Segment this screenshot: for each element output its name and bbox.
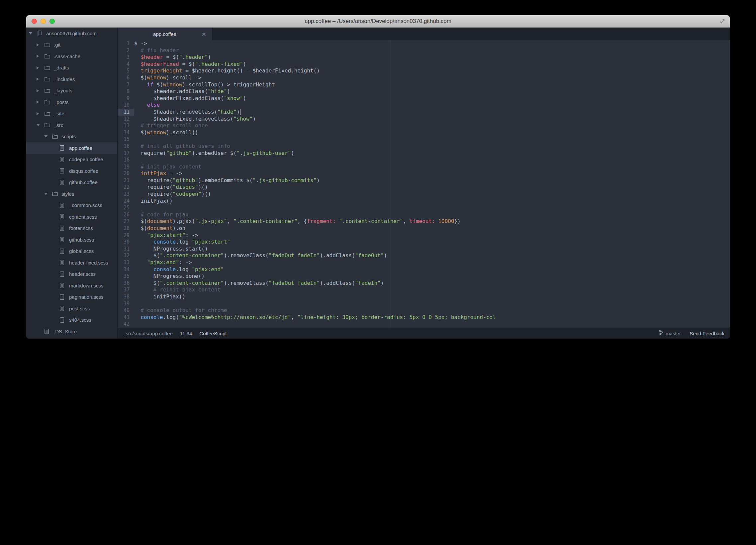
tree-item-styles[interactable]: styles	[26, 188, 117, 200]
tree-item-post-scss[interactable]: post.scss	[26, 303, 117, 315]
code-line-11[interactable]: 11 $header.removeClass("hide")	[118, 109, 730, 116]
code-line-38[interactable]: 38 initPjax()	[118, 294, 730, 301]
code-line-3[interactable]: 3 $header = $(".header")	[118, 54, 730, 61]
chevron-right-icon[interactable]	[37, 43, 45, 46]
code-line-9[interactable]: 9 $headerFixed.addClass("show")	[118, 95, 730, 102]
code-line-4[interactable]: 4 $headerFixed = $(".header-fixed")	[118, 61, 730, 68]
code-line-30[interactable]: 30 console.log "pjax:start"	[118, 238, 730, 245]
chevron-right-icon[interactable]	[37, 66, 45, 69]
send-feedback-link[interactable]: Send Feedback	[690, 331, 724, 336]
code-line-31[interactable]: 31 NProgress.start()	[118, 245, 730, 252]
code-line-15[interactable]: 15	[118, 136, 730, 143]
code-text: NProgress.done()	[134, 273, 730, 280]
code-line-42[interactable]: 42	[118, 321, 730, 328]
code-line-22[interactable]: 22 require("disqus")()	[118, 184, 730, 191]
tree-item--layouts[interactable]: _layouts	[26, 85, 117, 97]
tree-item--includes[interactable]: _includes	[26, 73, 117, 85]
tree-item--posts[interactable]: _posts	[26, 96, 117, 108]
file-icon	[60, 283, 69, 288]
chevron-right-icon[interactable]	[37, 100, 45, 104]
tree-item--ds-store[interactable]: .DS_Store	[26, 326, 117, 337]
tree-item--site[interactable]: _site	[26, 108, 117, 120]
code-line-36[interactable]: 36 $(".content-container").removeClass("…	[118, 280, 730, 287]
tree-item-s404-scss[interactable]: s404.scss	[26, 315, 117, 326]
code-line-20[interactable]: 20 initPjax = ->	[118, 170, 730, 177]
close-window-button[interactable]	[32, 19, 37, 24]
code-line-13[interactable]: 13 # trigger scroll once	[118, 122, 730, 129]
code-line-21[interactable]: 21 require("github").embedCommits $(".js…	[118, 177, 730, 184]
code-line-33[interactable]: 33 "pjax:end": ->	[118, 259, 730, 266]
code-line-17[interactable]: 17 require("github").embedUser $(".js-gi…	[118, 150, 730, 157]
code-line-12[interactable]: 12 $headerFixed.removeClass("show")	[118, 116, 730, 123]
tree-item-footer-scss[interactable]: footer.scss	[26, 223, 117, 234]
minimize-window-button[interactable]	[41, 19, 46, 24]
code-line-2[interactable]: 2 # fix header	[118, 47, 730, 54]
code-line-6[interactable]: 6 $(window).scroll ->	[118, 74, 730, 81]
code-line-18[interactable]: 18	[118, 156, 730, 163]
tree-item--src[interactable]: _src	[26, 119, 117, 131]
tree-item-github-scss[interactable]: github.scss	[26, 234, 117, 245]
tree-item-pagination-scss[interactable]: pagination.scss	[26, 292, 117, 303]
tree-item-codepen-coffee[interactable]: codepen.coffee	[26, 154, 117, 165]
code-line-16[interactable]: 16 # init all github users info	[118, 143, 730, 150]
code-line-25[interactable]: 25	[118, 204, 730, 211]
code-line-37[interactable]: 37 # reinit pjax content	[118, 287, 730, 294]
code-line-41[interactable]: 41 console.log("%cWelcome%chttp://anson.…	[118, 314, 730, 321]
tree-item-app-coffee[interactable]: app.coffee	[26, 142, 117, 154]
tree-item-scripts[interactable]: scripts	[26, 131, 117, 142]
folder-icon	[45, 111, 54, 116]
tab-app-coffee[interactable]: app.coffee ×	[118, 28, 212, 40]
code-line-1[interactable]: 1$ ->	[118, 40, 730, 47]
code-line-34[interactable]: 34 console.log "pjax:end"	[118, 266, 730, 273]
tree-item--git[interactable]: .git	[26, 39, 117, 51]
code-line-28[interactable]: 28 $(document).on	[118, 225, 730, 232]
code-line-35[interactable]: 35 NProgress.done()	[118, 273, 730, 280]
tree-item-header-fixed-scss[interactable]: header-fixed.scss	[26, 257, 117, 268]
chevron-right-icon[interactable]	[37, 54, 45, 58]
file-path[interactable]: _src/scripts/app.coffee	[123, 331, 173, 336]
code-line-19[interactable]: 19 # init pjax content	[118, 163, 730, 170]
tree-item-markdown-scss[interactable]: markdown.scss	[26, 280, 117, 292]
chevron-down-icon[interactable]	[44, 135, 52, 137]
code-editor[interactable]: 1$ ->2 # fix header3 $header = $(".heade…	[118, 40, 730, 328]
tree-item-github-coffee[interactable]: github.coffee	[26, 177, 117, 188]
tree-item-content-scss[interactable]: content.scss	[26, 211, 117, 223]
cursor-position[interactable]: 11,34	[180, 331, 192, 336]
tree-item-header-scss[interactable]: header.scss	[26, 268, 117, 280]
code-line-7[interactable]: 7 if $(window).scrollTop() > triggerHeig…	[118, 81, 730, 88]
tree-item--sass-cache[interactable]: .sass-cache	[26, 50, 117, 62]
zoom-window-button[interactable]	[49, 19, 55, 24]
folder-icon	[45, 77, 54, 81]
chevron-right-icon[interactable]	[37, 89, 45, 92]
grammar-name[interactable]: CoffeeScript	[199, 331, 227, 336]
close-tab-icon[interactable]: ×	[202, 31, 206, 38]
line-number: 11	[118, 109, 134, 116]
code-line-29[interactable]: 29 "pjax:start": ->	[118, 232, 730, 239]
code-line-26[interactable]: 26 # code for pjax	[118, 211, 730, 218]
code-line-27[interactable]: 27 $(document).pjax(".js-pjax", ".conten…	[118, 218, 730, 225]
code-line-5[interactable]: 5 triggerHeight = $header.height() - $he…	[118, 67, 730, 74]
fullscreen-icon[interactable]	[719, 18, 726, 26]
code-line-10[interactable]: 10 else	[118, 102, 730, 109]
window-title: app.coffee – /Users/anson/Develop/anson0…	[305, 18, 451, 25]
tree-item-label: .git	[54, 42, 60, 47]
git-branch[interactable]: master	[659, 330, 681, 337]
tree-root[interactable]: anson0370.github.com	[26, 28, 117, 39]
code-line-24[interactable]: 24 initPjax()	[118, 198, 730, 205]
code-line-8[interactable]: 8 $header.addClass("hide")	[118, 88, 730, 95]
chevron-down-icon[interactable]	[37, 124, 45, 126]
tree-item-disqus-coffee[interactable]: disqus.coffee	[26, 165, 117, 177]
code-line-32[interactable]: 32 $(".content-container").removeClass("…	[118, 252, 730, 259]
tree-item--drafts[interactable]: _drafts	[26, 62, 117, 74]
tree-item-global-scss[interactable]: global.scss	[26, 245, 117, 257]
code-line-40[interactable]: 40 # console output for chrome	[118, 307, 730, 314]
chevron-down-icon[interactable]	[29, 32, 37, 35]
code-line-39[interactable]: 39	[118, 301, 730, 308]
title-bar[interactable]: app.coffee – /Users/anson/Develop/anson0…	[26, 15, 730, 28]
code-line-14[interactable]: 14 $(window).scroll()	[118, 129, 730, 136]
chevron-down-icon[interactable]	[44, 193, 52, 195]
chevron-right-icon[interactable]	[37, 112, 45, 115]
code-line-23[interactable]: 23 require("codepen")()	[118, 191, 730, 198]
chevron-right-icon[interactable]	[37, 77, 45, 81]
tree-item--common-scss[interactable]: _common.scss	[26, 200, 117, 211]
